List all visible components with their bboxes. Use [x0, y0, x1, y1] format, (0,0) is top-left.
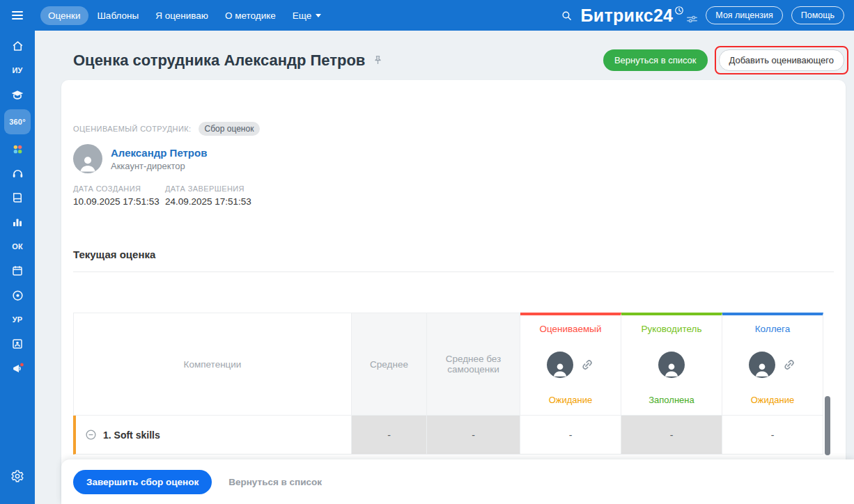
tab-o-metodike[interactable]: О методике: [217, 6, 284, 25]
date-due: ДАТА ЗАВЕРШЕНИЯ 24.09.2025 17:51:53: [165, 184, 257, 207]
education-icon[interactable]: [4, 85, 31, 104]
sidebar-item-ur[interactable]: УР: [4, 310, 31, 329]
knowledge-icon[interactable]: [4, 334, 31, 354]
page-title: Оценка сотрудника Александр Петров: [73, 52, 365, 70]
manager-value-cell: -: [621, 416, 722, 455]
pin-icon[interactable]: [372, 54, 384, 66]
scrollbar-thumb[interactable]: [825, 396, 830, 455]
col-header-average-wo-self: Среднее без самооценки: [427, 313, 520, 416]
evaluator-avatar-row: [547, 352, 594, 378]
annotation-box: Добавить оценивающего: [715, 46, 848, 74]
collapse-icon[interactable]: [85, 429, 97, 441]
competency-cell: 1. Soft skills: [73, 416, 352, 455]
table-header-row: Компетенции Среднее Среднее без самооцен…: [73, 313, 834, 416]
search-icon[interactable]: [561, 10, 573, 22]
add-evaluator-button[interactable]: Добавить оценивающего: [719, 49, 844, 71]
date-due-label: ДАТА ЗАВЕРШЕНИЯ: [165, 184, 257, 193]
sidebar-item-iu[interactable]: ИУ: [4, 61, 31, 80]
reports-chart-icon[interactable]: [4, 212, 31, 232]
tab-more[interactable]: Еще: [285, 6, 329, 25]
evaluation-table: Компетенции Среднее Среднее без самооцен…: [73, 313, 834, 455]
date-created-value: 10.09.2025 17:51:53: [73, 196, 165, 207]
calendar-icon[interactable]: [4, 261, 31, 281]
top-bar: Оценки Шаблоны Я оцениваю О методике Еще…: [0, 0, 854, 31]
chevron-down-icon: [316, 14, 321, 17]
employee-row: Александр Петров Аккаунт-директор: [73, 144, 834, 173]
avg-wo-self-cell: -: [427, 416, 520, 455]
table-row-soft-skills: 1. Soft skills - - - - -: [73, 416, 834, 455]
evaluation-card: ОЦЕНИВАЕМЫЙ СОТРУДНИК: Сбор оценок Алекс…: [61, 80, 846, 504]
col-header-competencies: Компетенции: [73, 313, 352, 416]
services-icon[interactable]: [4, 139, 31, 159]
sidebar-item-360-assessment[interactable]: 360°: [4, 109, 31, 134]
evaluator-name: Руководитель: [642, 324, 702, 334]
support-headset-icon[interactable]: [4, 164, 31, 183]
footer-back-to-list-button[interactable]: Вернуться в список: [228, 477, 322, 487]
evaluator-avatar-row: [658, 352, 685, 378]
avg-cell: -: [352, 416, 427, 455]
employee-name-link[interactable]: Александр Петров: [111, 147, 207, 159]
sliders-icon[interactable]: [687, 15, 697, 23]
evaluatee-value-cell: -: [520, 416, 621, 455]
status-badge: Сбор оценок: [199, 122, 261, 136]
topbar-right: Битрикс24 Моя лицензия Помощь: [561, 6, 854, 24]
tab-ya-ocenivayu[interactable]: Я оцениваю: [148, 6, 216, 25]
main-content: Оценка сотрудника Александр Петров Верну…: [35, 31, 854, 504]
copy-link-icon[interactable]: [580, 358, 594, 372]
logo-text: Битрикс24: [581, 7, 674, 24]
page-header: Оценка сотрудника Александр Петров Верну…: [35, 31, 854, 74]
top-nav: Оценки Шаблоны Я оцениваю О методике Еще: [40, 6, 329, 25]
col-header-manager: Руководитель Заполнена: [621, 313, 722, 416]
evaluator-status: Ожидание: [751, 395, 795, 405]
employee-avatar: [73, 144, 102, 173]
col-header-evaluatee: Оцениваемый Ожидание: [520, 313, 621, 416]
book-icon[interactable]: [4, 188, 31, 207]
evaluator-avatar: [749, 352, 775, 378]
evaluator-avatar: [658, 352, 685, 378]
target-icon[interactable]: [4, 285, 31, 305]
section-title: Текущая оценка: [73, 249, 834, 260]
date-due-value: 24.09.2025 17:51:53: [165, 196, 257, 207]
bitrix24-logo: Битрикс24: [581, 7, 698, 24]
help-button[interactable]: Помощь: [791, 6, 844, 24]
sidebar: ИУ 360° ОК УР: [0, 31, 35, 504]
copy-link-icon[interactable]: [782, 358, 796, 372]
home-icon[interactable]: [4, 36, 31, 56]
evaluator-avatar-row: [749, 352, 796, 378]
settings-gear-icon[interactable]: [4, 466, 31, 486]
employee-position: Аккаунт-директор: [111, 161, 207, 171]
finish-collection-button[interactable]: Завершить сбор оценок: [73, 470, 212, 494]
tab-shablony[interactable]: Шаблоны: [90, 6, 147, 25]
employee-label-row: ОЦЕНИВАЕМЫЙ СОТРУДНИК: Сбор оценок: [73, 122, 834, 136]
title-actions: Вернуться в список Добавить оценивающего: [603, 46, 848, 74]
evaluator-name: Оцениваемый: [539, 324, 601, 334]
date-created: ДАТА СОЗДАНИЯ 10.09.2025 17:51:53: [73, 184, 165, 207]
col-header-average: Среднее: [352, 313, 427, 416]
back-to-list-button[interactable]: Вернуться в список: [603, 49, 708, 71]
divider: [73, 271, 834, 272]
announcements-icon[interactable]: [4, 359, 31, 378]
evaluator-name: Коллега: [755, 324, 790, 334]
colleague-value-cell: -: [722, 416, 823, 455]
evaluator-status: Заполнена: [649, 395, 694, 405]
evaluator-status: Ожидание: [549, 395, 593, 405]
competency-label: 1. Soft skills: [103, 430, 160, 441]
bottom-bar: Завершить сбор оценок Вернуться в список: [61, 459, 854, 504]
employee-label: ОЦЕНИВАЕМЫЙ СОТРУДНИК:: [73, 125, 192, 133]
employee-info: Александр Петров Аккаунт-директор: [111, 147, 207, 171]
evaluator-avatar: [547, 352, 573, 378]
dates-row: ДАТА СОЗДАНИЯ 10.09.2025 17:51:53 ДАТА З…: [73, 184, 834, 207]
sidebar-item-ok[interactable]: ОК: [4, 237, 31, 256]
my-license-button[interactable]: Моя лицензия: [706, 6, 782, 24]
tab-ocenki[interactable]: Оценки: [40, 6, 88, 25]
clock-icon[interactable]: [674, 6, 684, 15]
date-created-label: ДАТА СОЗДАНИЯ: [73, 184, 165, 193]
col-header-colleague: Коллега Ожидание: [722, 313, 823, 416]
menu-icon[interactable]: [0, 0, 35, 31]
